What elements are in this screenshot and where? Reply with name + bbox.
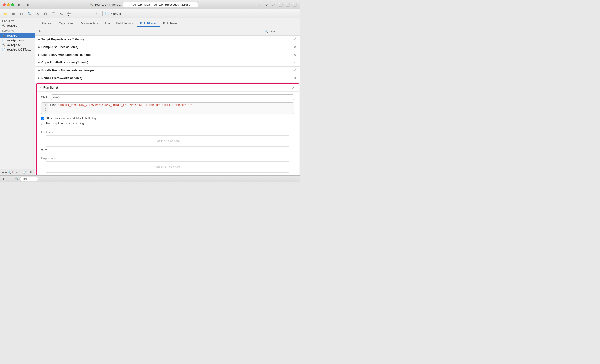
phase-copy-bundle: ▶ Copy Bundle Resources (3 items) ✕ [35, 59, 300, 66]
code-editor[interactable]: 1 bash "$BUILT_PRODUCTS_DIR/$FRAMEWORKS_… [41, 102, 294, 114]
inspector-toggle[interactable]: ⬜ [292, 2, 297, 7]
shell-row: Shell [41, 94, 294, 100]
output-files-label: Output Files [41, 157, 294, 160]
target-yourapp-label: YourApp [7, 34, 17, 37]
phases-filter-input[interactable] [270, 30, 298, 33]
breadcrumb: YourApp [110, 12, 121, 16]
line-content-1: bash "$BUILT_PRODUCTS_DIR/$FRAMEWORKS_FO… [48, 103, 294, 107]
bookmark-icon[interactable]: ⬡ [42, 11, 49, 17]
shell-input[interactable] [51, 94, 294, 100]
phase-bundle-rn: ▶ Bundle React Native code and images ✕ [35, 66, 300, 74]
phase-copy-bundle-header[interactable]: ▶ Copy Bundle Resources (3 items) ✕ [35, 59, 300, 66]
target-yourapp[interactable]: 🔨 YourApp [0, 33, 35, 38]
phase-copy-bundle-title: Copy Bundle Resources (3 items) [41, 61, 291, 64]
back-forward-button[interactable]: ⇄ [271, 2, 276, 7]
layout-icon[interactable]: ⊟ [18, 11, 25, 17]
chevron-right-icon6: ▶ [38, 77, 40, 79]
input-files-section: Input Files Add input files here + − [37, 129, 299, 155]
output-files-section: Output Files Add output files here + − [37, 155, 299, 175]
chevron-right-icon: ▶ [38, 38, 40, 41]
run-script-title: Run Script [43, 86, 290, 89]
project-item[interactable]: 🔨 YourApp [0, 23, 35, 28]
prev-btn[interactable]: ‹ [85, 11, 92, 17]
tab-build-rules[interactable]: Build Rules [160, 20, 181, 27]
nav-remove-button[interactable]: − [5, 171, 7, 174]
phase-link-binary-close[interactable]: ✕ [293, 53, 297, 57]
nav-sort-icon[interactable]: ⊞ [28, 170, 33, 175]
input-add-remove: + − [41, 147, 294, 153]
env-vars-checkbox[interactable] [41, 117, 44, 120]
phases-add-button[interactable]: + [38, 29, 42, 34]
list-icon[interactable]: ☰ [50, 11, 57, 17]
phase-copy-bundle-close[interactable]: ✕ [293, 61, 297, 64]
input-remove-button[interactable]: − [45, 147, 47, 152]
output-remove-button[interactable]: − [45, 173, 47, 175]
nav-time-icon[interactable]: 🕐 [22, 170, 27, 175]
phase-compile-sources-header[interactable]: ▶ Compile Sources (2 items) ✕ [35, 43, 300, 51]
navigator-toggle[interactable]: ⬜ [278, 2, 283, 7]
project-icon: 🔨 [2, 24, 5, 27]
tab-build-settings[interactable]: Build Settings [113, 20, 137, 27]
tab-capabilities[interactable]: Capabilities [56, 20, 77, 27]
close-button[interactable] [3, 3, 6, 6]
comment-icon[interactable]: 💬 [66, 11, 73, 17]
grid-icon[interactable]: ⊞ [10, 11, 17, 17]
tab-info[interactable]: Info [102, 20, 113, 27]
target-yourapp-icon: 🔨 [2, 34, 5, 37]
phase-compile-sources-close[interactable]: ✕ [293, 45, 297, 49]
folder-icon[interactable]: 📁 [2, 11, 9, 17]
navigator: PROJECT 🔨 YourApp TARGETS 🔨 YourApp 📄 Yo… [0, 18, 35, 175]
script-path: "$BUILT_PRODUCTS_DIR/$FRAMEWORKS_FOLDER_… [58, 103, 193, 107]
tab-resource-tags[interactable]: Resource Tags [77, 20, 102, 27]
run-script-close[interactable]: ✕ [291, 86, 295, 90]
phase-compile-sources-title: Compile Sources (2 items) [41, 46, 291, 49]
phase-target-deps-close[interactable]: ✕ [293, 37, 297, 41]
target-yourapp-tvos[interactable]: 🔨 YourApp-tvOS [0, 43, 35, 47]
tab-general[interactable]: General [39, 20, 56, 27]
target-yourapp-tvos-tests[interactable]: 📄 YourApp-tvOSTests [0, 47, 35, 52]
status-filter-input[interactable] [19, 177, 38, 181]
status-add-button[interactable]: + [2, 177, 4, 181]
play-button[interactable]: ▶ [16, 2, 22, 8]
phase-link-binary-header[interactable]: ▶ Link Binary With Libraries (15 items) … [35, 51, 300, 59]
phase-bundle-rn-header[interactable]: ▶ Bundle React Native code and images ✕ [35, 66, 300, 74]
line-content-2 [48, 107, 294, 112]
nav-add-button[interactable]: + [2, 171, 4, 174]
editor-toggle[interactable]: ⬜ [285, 2, 290, 7]
list-view-button[interactable]: ≡ [257, 2, 262, 7]
main-layout: PROJECT 🔨 YourApp TARGETS 🔨 YourApp 📄 Yo… [0, 18, 300, 175]
search-icon[interactable]: 🔍 [26, 11, 33, 17]
phases-filter-icon: 🔍 [265, 30, 268, 33]
checkbox-env-vars: Show environment variables in build log [41, 117, 294, 120]
next-btn[interactable]: › [94, 11, 100, 17]
status-text: YourApp | Clean YourApp: [131, 3, 164, 6]
toolbar-separator2 [103, 11, 103, 16]
tab-build-phases[interactable]: Build Phases [137, 20, 160, 27]
phase-embed-frameworks: ▶ Embed Frameworks (2 items) ✕ [35, 74, 300, 82]
maximize-button[interactable] [11, 3, 14, 6]
bash-keyword: bash [50, 103, 58, 107]
run-script-header[interactable]: ▼ Run Script ✕ [37, 84, 299, 91]
titlebar-center: 🔨 YourApp › iPhone X YourApp | Clean You… [33, 2, 255, 7]
refresh-button[interactable]: ↻ [264, 2, 269, 7]
titlebar-right: ≡ ↻ ⇄ ⬜ ⬜ ⬜ [257, 2, 297, 7]
alert-icon[interactable]: ⚠ [34, 11, 41, 17]
minimize-button[interactable] [7, 3, 10, 6]
phase-link-binary-title: Link Binary With Libraries (15 items) [41, 53, 291, 56]
target-yourapp-tests[interactable]: 📄 YourAppTests [0, 38, 35, 43]
install-only-checkbox[interactable] [41, 122, 44, 125]
phase-bundle-rn-close[interactable]: ✕ [293, 68, 297, 72]
content-area: General Capabilities Resource Tags Info … [35, 18, 300, 175]
titlebar: ▶ ■ 🔨 YourApp › iPhone X YourApp | Clean… [0, 0, 300, 9]
phase-target-deps-header[interactable]: ▶ Target Dependencies (0 items) ✕ [35, 36, 300, 43]
grid2-icon[interactable]: ⊞ [78, 11, 84, 17]
output-add-button[interactable]: + [41, 173, 43, 175]
status-remove-button[interactable]: − [6, 177, 9, 181]
input-add-button[interactable]: + [41, 147, 43, 152]
target-tests-label: YourAppTests [7, 39, 24, 42]
toolbar-separator [75, 11, 75, 16]
phase-embed-frameworks-close[interactable]: ✕ [293, 76, 297, 80]
tag-icon[interactable]: 🏷 [58, 11, 65, 17]
phase-embed-frameworks-header[interactable]: ▶ Embed Frameworks (2 items) ✕ [35, 74, 300, 82]
stop-button[interactable]: ■ [24, 2, 31, 8]
